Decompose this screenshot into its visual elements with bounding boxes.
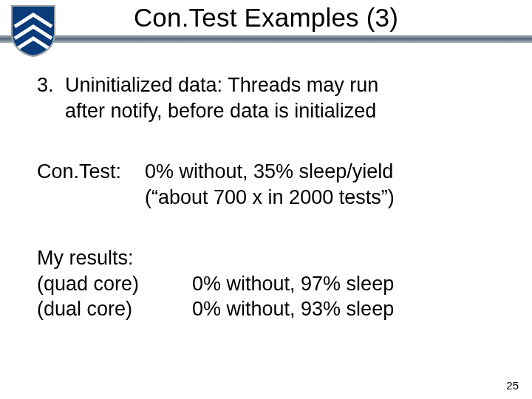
header-divider-sheen xyxy=(0,35,532,38)
contest-line2: (“about 700 x in 2000 tests”) xyxy=(145,185,395,211)
dual-core-label: (dual core) xyxy=(37,296,192,322)
shield-icon xyxy=(10,4,56,58)
bullet-text: Uninitialized data: Threads may run afte… xyxy=(65,72,495,123)
slide-title: Con.Test Examples (3) xyxy=(0,3,532,33)
dual-core-value: 0% without, 93% sleep xyxy=(192,296,394,322)
contest-label: Con.Test: xyxy=(37,159,145,185)
slide-body: 3. Uninitialized data: Threads may run a… xyxy=(0,50,532,322)
contest-block: Con.Test: 0% without, 35% sleep/yield (“… xyxy=(37,159,495,210)
university-logo xyxy=(10,4,56,58)
contest-label-spacer xyxy=(37,185,145,211)
my-results-block: My results: (quad core) 0% without, 97% … xyxy=(37,245,495,322)
page-number: 25 xyxy=(506,379,519,392)
quad-core-label: (quad core) xyxy=(37,271,192,297)
quad-core-value: 0% without, 97% sleep xyxy=(192,271,394,297)
contest-line1: 0% without, 35% sleep/yield xyxy=(145,159,393,185)
my-results-heading: My results: xyxy=(37,245,134,271)
bullet-text-line2: after notify, before data is initialized xyxy=(65,100,376,122)
bullet-number: 3. xyxy=(37,72,65,123)
bullet-text-line1: Uninitialized data: Threads may run xyxy=(65,74,378,96)
bullet-item-3: 3. Uninitialized data: Threads may run a… xyxy=(37,72,495,123)
slide-header: Con.Test Examples (3) xyxy=(0,0,532,50)
